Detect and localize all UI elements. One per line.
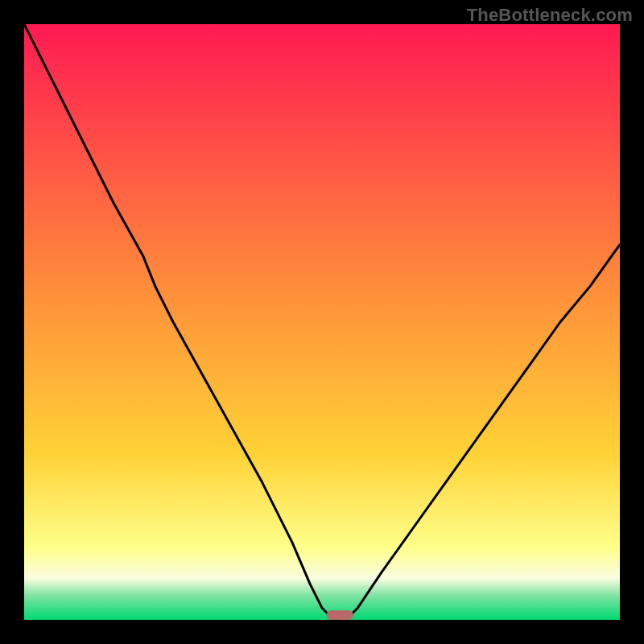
watermark-text: TheBottleneck.com xyxy=(467,5,633,26)
plot-area xyxy=(24,24,620,620)
optimal-marker xyxy=(327,610,353,620)
gradient-background xyxy=(24,24,620,620)
plot-svg xyxy=(24,24,620,620)
chart-frame: TheBottleneck.com xyxy=(0,0,644,644)
